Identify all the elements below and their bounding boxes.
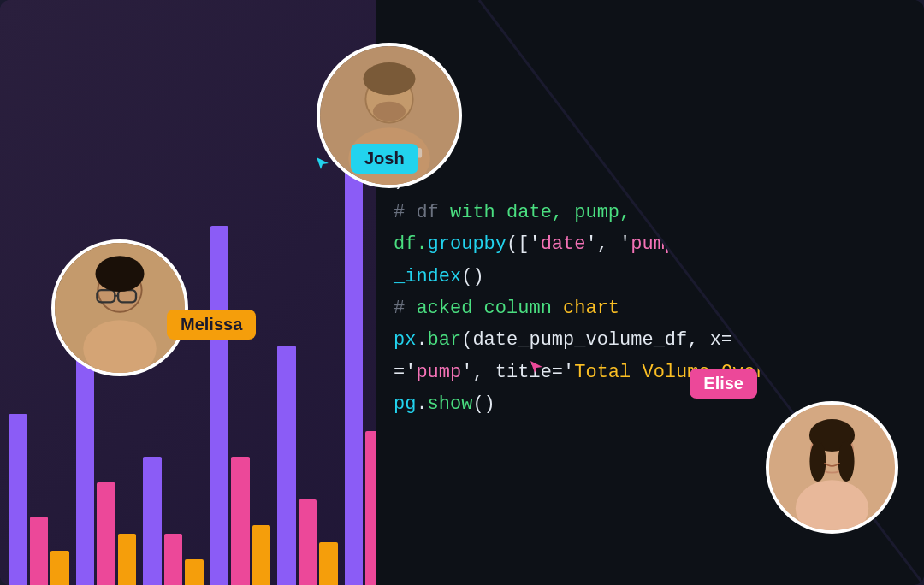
bar-group-5: [277, 346, 338, 585]
avatar-elise: [766, 401, 898, 534]
code-line-5: # acked column chart: [394, 292, 907, 324]
svg-point-9: [96, 256, 145, 292]
elise-portrait: [769, 405, 895, 530]
bar-yellow: [50, 551, 69, 585]
bar-group-1: [9, 414, 69, 585]
bar-purple: [9, 414, 27, 585]
avatar-melissa: [51, 239, 188, 376]
bar-purple: [143, 457, 162, 585]
bar-pink: [30, 517, 49, 585]
svg-point-14: [373, 102, 406, 121]
melissa-portrait: [55, 243, 185, 373]
svg-marker-18: [530, 361, 542, 373]
name-tag-josh: Josh: [351, 144, 418, 174]
bar-yellow: [118, 534, 137, 585]
svg-marker-17: [317, 157, 329, 169]
name-tag-elise: Elise: [690, 369, 757, 399]
bar-pink: [97, 482, 116, 585]
svg-point-25: [838, 441, 855, 482]
bar-purple: [277, 346, 296, 585]
bar-yellow: [319, 542, 338, 585]
code-line-3: df.groupby(['date', 'pump']): [394, 228, 907, 260]
code-line-2: # df with date, pump, and tota: [394, 197, 907, 228]
bar-yellow: [252, 525, 271, 585]
code-line-6: px.bar(date_pump_volume_df, x= , y='[Pu: [394, 324, 907, 356]
bar-yellow: [185, 559, 204, 585]
bar-pink: [231, 457, 250, 585]
bar-purple: [210, 226, 229, 585]
cursor-elise: [529, 359, 544, 379]
bar-pink: [299, 499, 317, 585]
cursor-josh: [315, 156, 330, 175]
bar-pink: [164, 534, 183, 585]
name-tag-melissa: Melissa: [167, 310, 256, 340]
svg-point-15: [364, 62, 416, 95]
svg-point-24: [809, 441, 826, 482]
code-line-4: _index(): [394, 261, 907, 292]
code-line-7: ='pump', title='Total Volume Over Time b…: [394, 357, 907, 388]
bar-group-3: [143, 457, 204, 585]
code-line-1: ): [394, 164, 907, 196]
bar-group-4: [210, 226, 271, 585]
bar-purple: [345, 157, 364, 585]
main-container: ) # df with date, pump, and tota df.grou…: [0, 0, 924, 585]
